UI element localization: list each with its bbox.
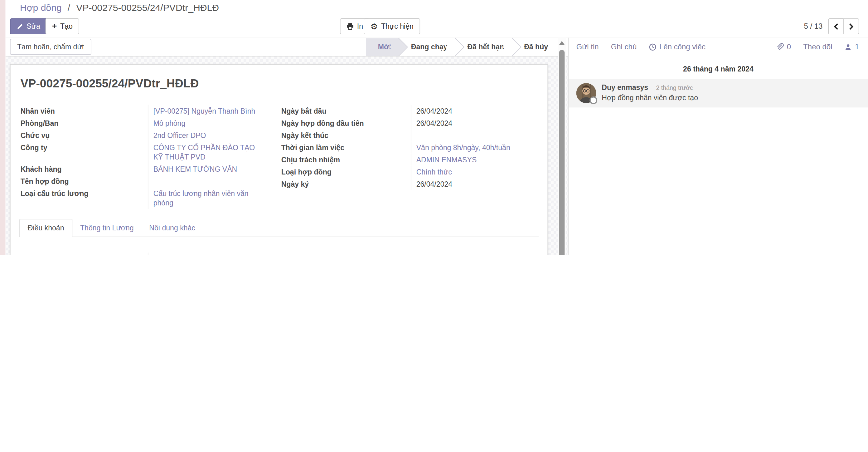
plus-icon: +: [52, 22, 57, 30]
pencil-icon: [17, 23, 23, 30]
field-value[interactable]: [VP-00275] Nguyễn Thanh Bình: [148, 105, 266, 117]
status-step[interactable]: Mới: [366, 38, 399, 56]
chatter-panel: Gửi tin Ghi chú Lên công việc: [568, 38, 868, 255]
field-value[interactable]: 26/04/2024: [411, 117, 539, 129]
breadcrumb-parent-link[interactable]: Hợp đồng: [20, 3, 62, 13]
app-window: Hợp đồng / VP-00275-00255/24/PVDtr_HĐLĐ …: [6, 0, 868, 255]
status-step-label: Đã hết hạn: [467, 43, 504, 51]
person-icon: [845, 43, 852, 51]
field-value[interactable]: Cấu trúc lương nhân viên văn phòng: [148, 187, 266, 209]
field-value[interactable]: [148, 175, 266, 187]
field-value[interactable]: Mô phỏng: [148, 117, 266, 129]
printer-icon: [346, 23, 354, 30]
chevron-right-icon: [849, 23, 854, 30]
field-label: Loại cấu trúc lương: [19, 187, 148, 209]
message-timestamp: - 2 tháng trước: [652, 84, 693, 91]
scrollbar-up-arrow-icon[interactable]: [559, 41, 565, 45]
statusbar: Tạm hoãn, chấm dứt Mới Đang chạy: [6, 38, 568, 57]
field-value[interactable]: 26/04/2024: [411, 178, 539, 190]
send-message-button[interactable]: Gửi tin: [577, 43, 599, 51]
template-field-row: Mẫu điều khoản HĐLĐ chính thức: [19, 253, 539, 255]
field-value[interactable]: CÔNG TY CỔ PHẦN ĐÀO TẠO KỸ THUẬT PVD: [148, 141, 266, 163]
field-label: Tên hợp đồng: [19, 175, 148, 187]
pager-previous-button[interactable]: [828, 19, 844, 34]
create-button-label: Tạo: [60, 22, 73, 31]
avatar: [577, 83, 596, 103]
main-area: Tạm hoãn, chấm dứt Mới Đang chạy: [6, 38, 868, 255]
field-label: Chịu trách nhiệm: [280, 153, 411, 166]
field-label: Ngày hợp đồng đầu tiên: [280, 117, 411, 129]
field-label: Thời gian làm việc: [280, 141, 411, 153]
status-step-label: Đã hủy: [524, 43, 548, 51]
breadcrumb-separator: /: [68, 3, 70, 13]
follower-count: 1: [855, 43, 859, 51]
chatter-message[interactable]: Duy enmasys - 2 tháng trước Hợp đồng nhâ…: [568, 79, 868, 107]
field-label: Loại hợp đồng: [280, 166, 411, 178]
create-button[interactable]: + Tạo: [45, 19, 80, 34]
log-note-button[interactable]: Ghi chú: [611, 43, 637, 51]
template-field-value[interactable]: HĐLĐ chính thức: [148, 253, 539, 255]
left-edge-strip: [0, 0, 6, 255]
vertical-scrollbar[interactable]: [558, 38, 566, 255]
field-label: Ngày bắt đầu: [280, 105, 411, 117]
field-label: Chức vụ: [19, 129, 148, 141]
template-field-label: Mẫu điều khoản: [19, 253, 148, 255]
field-label: Công ty: [19, 141, 148, 163]
schedule-activity-label: Lên công việc: [659, 43, 706, 51]
message-header: Duy enmasys - 2 tháng trước: [602, 83, 698, 92]
status-steps: Mới Đang chạy Đã hết hạn: [366, 38, 556, 56]
chevron-left-icon: [833, 23, 838, 30]
status-step-label: Mới: [378, 43, 391, 51]
follow-button[interactable]: Theo dõi: [803, 43, 832, 51]
field-group-right: Ngày bắt đầu 26/04/2024 Ngày hợp đồng đầ…: [280, 105, 539, 209]
message-type-badge-icon: [589, 96, 597, 104]
field-label: Nhân viên: [19, 105, 148, 117]
field-label: Phòng/Ban: [19, 117, 148, 129]
message-author[interactable]: Duy enmasys: [602, 83, 648, 91]
field-value[interactable]: ADMIN ENMASYS: [411, 153, 539, 166]
clock-icon: [649, 43, 656, 51]
attachments-button[interactable]: 0: [776, 43, 791, 51]
header: Hợp đồng / VP-00275-00255/24/PVDtr_HĐLĐ …: [6, 0, 868, 38]
paperclip-icon: [776, 43, 784, 51]
pager-count: 5 / 13: [804, 22, 823, 31]
print-button-label: In: [357, 22, 363, 31]
status-step-label: Đang chạy: [411, 43, 447, 51]
schedule-activity-button[interactable]: Lên công việc: [649, 43, 706, 51]
field-value[interactable]: Chính thức: [411, 166, 539, 178]
field-label: Ngày ký: [280, 178, 411, 190]
field-value[interactable]: Văn phòng 8h/ngày, 40h/tuần: [411, 141, 539, 153]
pager-next-button[interactable]: [844, 19, 859, 34]
message-content: Duy enmasys - 2 tháng trước Hợp đồng nhâ…: [602, 83, 698, 103]
breadcrumb: Hợp đồng / VP-00275-00255/24/PVDtr_HĐLĐ: [20, 3, 219, 14]
suspend-terminate-button[interactable]: Tạm hoãn, chấm dứt: [10, 39, 91, 55]
action-button-label: Thực hiện: [381, 22, 413, 31]
separator-line: [759, 69, 856, 69]
notebook-tab[interactable]: Thông tin Lương: [72, 220, 141, 236]
separator-line: [581, 69, 677, 69]
field-label: Ngày kết thúc: [280, 129, 411, 141]
notebook-tabs: Điều khoản Thông tin Lương Nội dung khác: [19, 219, 539, 237]
page: Hợp đồng / VP-00275-00255/24/PVDtr_HĐLĐ …: [0, 0, 868, 255]
gear-icon: ⚙: [370, 22, 378, 31]
form-background: VP-00275-00255/24/PVDtr_HĐLĐ Nhân viên […: [6, 57, 568, 255]
notebook-tab[interactable]: Điều khoản: [19, 219, 72, 237]
field-value[interactable]: 2nd Officer DPO: [148, 129, 266, 141]
edit-button[interactable]: Sửa: [10, 19, 47, 34]
edit-button-label: Sửa: [27, 22, 40, 31]
date-separator-text: 26 tháng 4 năm 2024: [677, 65, 759, 73]
pager: 5 / 13: [804, 19, 859, 34]
field-groups: Nhân viên [VP-00275] Nguyễn Thanh Bình P…: [19, 105, 539, 209]
notebook-tab[interactable]: Nội dung khác: [142, 220, 203, 236]
record-title: VP-00275-00255/24/PVDtr_HĐLĐ: [21, 77, 539, 90]
scrollbar-thumb[interactable]: [559, 50, 565, 255]
field-value[interactable]: BÁNH KEM TƯỜNG VÂN: [148, 163, 266, 175]
action-button[interactable]: ⚙ Thực hiện: [364, 19, 420, 34]
field-value[interactable]: 26/04/2024: [411, 105, 539, 117]
attachment-count: 0: [787, 43, 791, 51]
chatter-toolbar: Gửi tin Ghi chú Lên công việc: [568, 38, 868, 56]
field-value[interactable]: [411, 129, 539, 141]
followers-button[interactable]: 1: [845, 43, 859, 51]
field-group-left: Nhân viên [VP-00275] Nguyễn Thanh Bình P…: [19, 105, 266, 209]
date-separator: 26 tháng 4 năm 2024: [581, 65, 856, 73]
